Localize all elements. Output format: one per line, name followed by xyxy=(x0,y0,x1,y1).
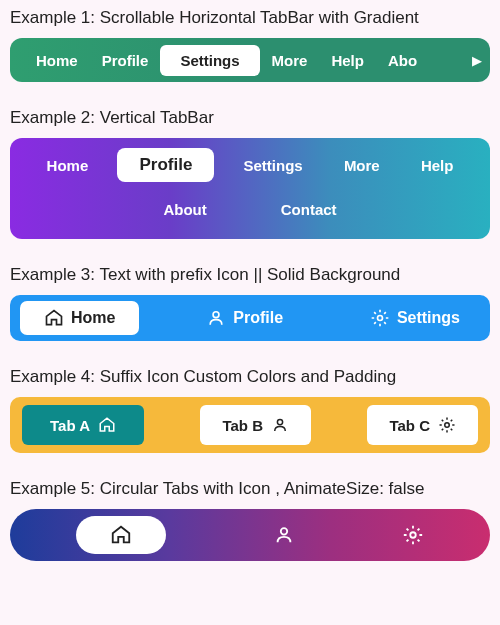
tabbar-1: Home Profile Settings More Help Abo ▶ xyxy=(10,38,490,82)
tabbar-3: Home Profile Settings xyxy=(10,295,490,341)
tab-profile[interactable]: Profile xyxy=(90,45,161,76)
tab-help[interactable]: Help xyxy=(319,45,376,76)
tab-more[interactable]: More xyxy=(332,150,392,181)
tab-profile[interactable]: Profile xyxy=(117,148,214,182)
example-3-title: Example 3: Text with prefix Icon || Soli… xyxy=(10,265,490,285)
tab-a[interactable]: Tab A xyxy=(22,405,144,445)
person-icon xyxy=(206,308,226,328)
tab-settings[interactable] xyxy=(402,524,424,546)
tab-c[interactable]: Tab C xyxy=(367,405,478,445)
example-5-title: Example 5: Circular Tabs with Icon , Ani… xyxy=(10,479,490,499)
example-2: Example 2: Vertical TabBar Home Profile … xyxy=(10,108,490,239)
settings-icon xyxy=(370,308,390,328)
example-4-title: Example 4: Suffix Icon Custom Colors and… xyxy=(10,367,490,387)
tabbar-5 xyxy=(10,509,490,561)
example-4: Example 4: Suffix Icon Custom Colors and… xyxy=(10,367,490,453)
tab-contact[interactable]: Contact xyxy=(269,194,349,225)
home-icon xyxy=(98,416,116,434)
tab-profile[interactable] xyxy=(273,524,295,546)
example-1-title: Example 1: Scrollable Horizontal TabBar … xyxy=(10,8,490,28)
example-3: Example 3: Text with prefix Icon || Soli… xyxy=(10,265,490,341)
tab-home[interactable] xyxy=(76,516,166,554)
tab-settings[interactable]: Settings xyxy=(232,150,315,181)
tab-help[interactable]: Help xyxy=(409,150,466,181)
home-icon xyxy=(110,524,132,546)
home-icon xyxy=(44,308,64,328)
tab-label: Tab B xyxy=(222,417,263,434)
tab-about[interactable]: About xyxy=(151,194,218,225)
settings-icon xyxy=(402,524,424,546)
tab-label: Tab C xyxy=(389,417,430,434)
tab-label: Tab A xyxy=(50,417,90,434)
person-icon xyxy=(273,524,295,546)
tab-settings[interactable]: Settings xyxy=(160,45,259,76)
tab-label: Profile xyxy=(233,309,283,327)
tabbar-2: Home Profile Settings More Help About Co… xyxy=(10,138,490,239)
scroll-right-icon[interactable]: ▶ xyxy=(472,53,482,68)
person-icon xyxy=(271,416,289,434)
tab-about-partial[interactable]: Abo xyxy=(376,45,417,76)
tab-home[interactable]: Home xyxy=(20,301,139,335)
tab-home[interactable]: Home xyxy=(24,45,90,76)
tab-label: Home xyxy=(71,309,115,327)
tab-more[interactable]: More xyxy=(260,45,320,76)
example-5: Example 5: Circular Tabs with Icon , Ani… xyxy=(10,479,490,561)
tab-settings[interactable]: Settings xyxy=(350,301,480,335)
tab-label: Settings xyxy=(397,309,460,327)
tab-profile[interactable]: Profile xyxy=(186,301,303,335)
tab-home[interactable]: Home xyxy=(35,150,101,181)
example-2-title: Example 2: Vertical TabBar xyxy=(10,108,490,128)
settings-icon xyxy=(438,416,456,434)
tab-b[interactable]: Tab B xyxy=(200,405,311,445)
tabbar-4: Tab A Tab B Tab C xyxy=(10,397,490,453)
example-1: Example 1: Scrollable Horizontal TabBar … xyxy=(10,8,490,82)
